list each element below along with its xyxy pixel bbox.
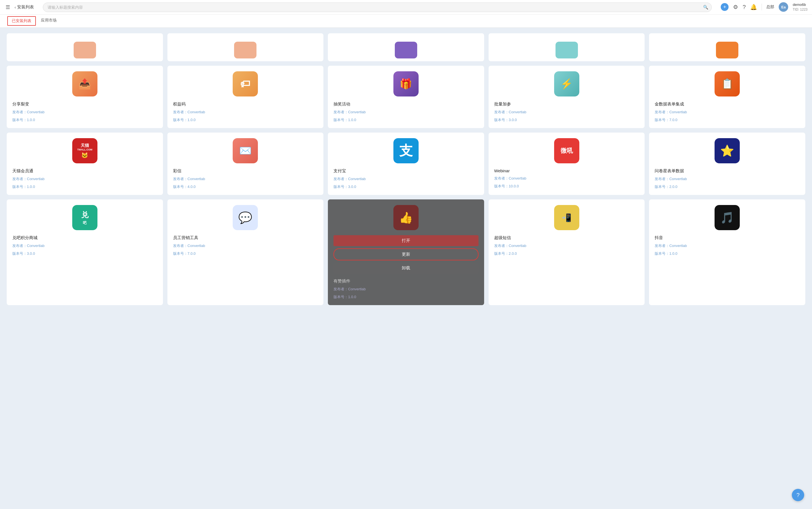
partial-card-0 <box>7 33 163 61</box>
app-publisher-employee: 发布者：Convertlab <box>173 243 318 248</box>
app-version-wenjuan: 版本号：2.0.0 <box>655 184 800 189</box>
app-icon-employee: 💬 <box>233 205 258 230</box>
app-version-youzan: 版本号：1.0.0 <box>334 295 478 300</box>
partial-icon-2 <box>395 42 417 59</box>
partial-icon-0 <box>74 42 96 59</box>
app-publisher-lottery: 发布者：Convertlab <box>334 110 478 115</box>
help-icon[interactable]: ? <box>743 4 746 10</box>
app-card-employee[interactable]: 💬 员工营销工具 发布者：Convertlab 版本号：7.0.0 <box>167 199 324 305</box>
app-publisher-rights: 发布者：Convertlab <box>173 110 318 115</box>
app-card-share[interactable]: 📤 分享裂变 发布者：Convertlab 版本号：1.0.0 <box>7 66 163 128</box>
app-publisher-wenjuan: 发布者：Convertlab <box>655 176 800 181</box>
partial-card-3 <box>489 33 645 61</box>
app-version-alipay: 版本号：3.0.0 <box>334 184 478 189</box>
partial-icon-1 <box>234 42 256 59</box>
app-icon-tmall: 天猫 TMALL.COM 🐱 <box>72 138 97 163</box>
menu-icon[interactable]: ☰ <box>4 3 11 11</box>
app-version-douyin: 版本号：1.0.0 <box>655 251 800 256</box>
app-icon-rights: 🏷 <box>233 71 258 97</box>
app-icon-jinshu: 📋 <box>715 71 740 97</box>
notification-icon[interactable]: 🔔 <box>750 4 757 10</box>
app-publisher-juba: 发布者：Convertlab <box>12 243 157 248</box>
search-input[interactable] <box>43 2 712 12</box>
tabs-bar: 已安装列表 应用市场 <box>0 14 812 28</box>
app-card-juba[interactable]: 兑 吧 兑吧积分商城 发布者：Convertlab 版本号：3.0.0 <box>7 199 163 305</box>
app-card-douyin[interactable]: 🎵 抖音 发布者：Convertlab 版本号：1.0.0 <box>649 199 805 305</box>
app-name-caixing: 彩信 <box>173 168 318 174</box>
app-version-rights: 版本号：1.0.0 <box>173 117 318 123</box>
app-row-3: 兑 吧 兑吧积分商城 发布者：Convertlab 版本号：3.0.0 💬 员工… <box>7 199 805 305</box>
app-card-youzan[interactable]: 👍 打开 更新 卸载 有赞插件 发布者：Convertlab 版本号：1.0.0 <box>328 199 484 305</box>
partial-icon-4 <box>716 42 738 59</box>
app-version-juba: 版本号：3.0.0 <box>12 251 157 256</box>
app-icon-sms: 📲 <box>554 205 579 230</box>
app-card-caixing[interactable]: ✉️ 彩信 发布者：Convertlab 版本号：4.0.0 <box>167 133 324 195</box>
app-publisher-douyin: 发布者：Convertlab <box>655 243 800 248</box>
overlay-uninstall-button[interactable]: 卸载 <box>334 263 478 273</box>
app-version-lottery: 版本号：1.0.0 <box>334 117 478 123</box>
app-version-batch: 版本号：3.0.0 <box>494 117 639 123</box>
app-card-rights[interactable]: 🏷 权益码 发布者：Convertlab 版本号：1.0.0 <box>167 66 324 128</box>
add-button[interactable]: + <box>721 3 728 11</box>
app-name-rights: 权益码 <box>173 102 318 107</box>
app-icon-juba: 兑 吧 <box>72 205 97 230</box>
app-name-wenjuan: 问卷星表单数据 <box>655 168 800 174</box>
header-divider <box>761 4 762 10</box>
youzan-icon: 👍 <box>394 205 418 230</box>
app-card-sms[interactable]: 📲 超级短信 发布者：Convertlab 版本号：2.0.0 <box>489 199 645 305</box>
partial-card-4 <box>649 33 805 61</box>
user-info: demo6b TID: 1223 <box>793 2 808 12</box>
user-tid: TID: 1223 <box>793 7 808 12</box>
tab-installed[interactable]: 已安装列表 <box>7 16 36 26</box>
app-publisher-caixing: 发布者：Convertlab <box>173 176 318 181</box>
app-version-share: 版本号：1.0.0 <box>12 117 157 123</box>
partial-app-row <box>7 33 805 61</box>
app-version-sms: 版本号：2.0.0 <box>494 251 639 256</box>
search-icon: 🔍 <box>703 5 709 10</box>
partial-icon-3 <box>556 42 578 59</box>
app-card-tmall[interactable]: 天猫 TMALL.COM 🐱 天猫会员通 发布者：Convertlab 版本号：… <box>7 133 163 195</box>
app-publisher-alipay: 发布者：Convertlab <box>334 176 478 181</box>
app-version-jinshu: 版本号：7.0.0 <box>655 117 800 123</box>
app-name-tmall: 天猫会员通 <box>12 168 157 174</box>
app-icon-wenjuan: ⭐ <box>715 138 740 163</box>
app-icon-batch: ⚡ <box>554 71 579 97</box>
search-container: 🔍 <box>43 2 712 12</box>
app-card-webinar[interactable]: 微吼 Webinar 发布者：Convertlab 版本号：10.0.0 <box>489 133 645 195</box>
app-version-caixing: 版本号：4.0.0 <box>173 184 318 189</box>
app-card-batch[interactable]: ⚡ 批量加参 发布者：Convertlab 版本号：3.0.0 <box>489 66 645 128</box>
app-card-wenjuan[interactable]: ⭐ 问卷星表单数据 发布者：Convertlab 版本号：2.0.0 <box>649 133 805 195</box>
app-row-1: 📤 分享裂变 发布者：Convertlab 版本号：1.0.0 🏷 权益码 发布… <box>7 66 805 128</box>
partial-card-1 <box>167 33 324 61</box>
app-name-douyin: 抖音 <box>655 235 800 240</box>
app-version-tmall: 版本号：1.0.0 <box>12 184 157 189</box>
app-name-employee: 员工营销工具 <box>173 235 318 240</box>
app-publisher-jinshu: 发布者：Convertlab <box>655 110 800 115</box>
tab-market[interactable]: 应用市场 <box>36 14 61 28</box>
main-content: 📤 分享裂变 发布者：Convertlab 版本号：1.0.0 🏷 权益码 发布… <box>0 28 812 311</box>
app-icon-douyin: 🎵 <box>715 205 740 230</box>
overlay-open-button[interactable]: 打开 <box>334 235 478 246</box>
app-publisher-batch: 发布者：Convertlab <box>494 110 639 115</box>
app-version-webinar: 版本号：10.0.0 <box>494 184 639 189</box>
app-version-employee: 版本号：7.0.0 <box>173 251 318 256</box>
back-button[interactable]: ‹ 安装列表 <box>14 4 34 10</box>
app-row-2: 天猫 TMALL.COM 🐱 天猫会员通 发布者：Convertlab 版本号：… <box>7 133 805 195</box>
app-card-jinshu[interactable]: 📋 金数据表单集成 发布者：Convertlab 版本号：7.0.0 <box>649 66 805 128</box>
user-name: demo6b <box>793 2 808 7</box>
app-name-juba: 兑吧积分商城 <box>12 235 157 240</box>
app-name-jinshu: 金数据表单集成 <box>655 102 800 107</box>
settings-icon[interactable]: ⚙ <box>733 4 738 10</box>
app-name-share: 分享裂变 <box>12 102 157 107</box>
app-publisher-webinar: 发布者：Convertlab <box>494 176 639 181</box>
app-name-sms: 超级短信 <box>494 235 639 240</box>
avatar: Ea <box>779 2 788 12</box>
app-icon-caixing: ✉️ <box>233 138 258 163</box>
partial-card-2 <box>328 33 484 61</box>
overlay-buttons: 打开 更新 卸载 <box>334 233 478 276</box>
float-help-button[interactable]: ? <box>792 489 804 501</box>
app-publisher-youzan: 发布者：Convertlab <box>334 287 478 292</box>
overlay-update-button[interactable]: 更新 <box>334 248 478 260</box>
app-card-alipay[interactable]: 支 支付宝 发布者：Convertlab 版本号：3.0.0 <box>328 133 484 195</box>
app-card-lottery[interactable]: 🎁 抽奖活动 发布者：Convertlab 版本号：1.0.0 <box>328 66 484 128</box>
